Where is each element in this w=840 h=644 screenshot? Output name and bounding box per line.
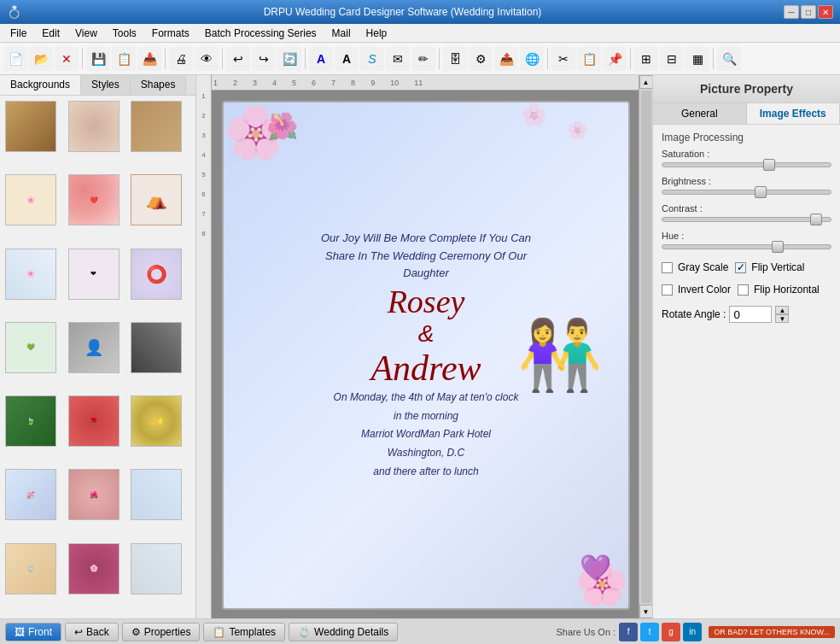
wedding-card: 🌸 🌺 🌸 🌸 🌸 💜 👫 Our Joy Will Be More Compl…	[222, 101, 630, 610]
spin-down-button[interactable]: ▼	[775, 314, 789, 323]
contrast-thumb[interactable]	[810, 214, 822, 225]
print-preview-button[interactable]: 👁	[195, 47, 219, 71]
save-as-button[interactable]: 📋	[112, 47, 136, 71]
wordart-button[interactable]: S	[360, 47, 384, 71]
bg-thumb-2[interactable]	[68, 101, 120, 152]
rotate-input[interactable]	[729, 306, 772, 323]
menu-batch-processing[interactable]: Batch Processing Series	[198, 26, 324, 41]
hue-slider[interactable]	[662, 244, 831, 249]
facebook-button[interactable]: f	[619, 623, 638, 641]
draw-button[interactable]: ✏	[411, 47, 435, 71]
grid-button[interactable]: ⊟	[660, 47, 684, 71]
tab-backgrounds[interactable]: Backgrounds	[0, 75, 81, 95]
front-button[interactable]: 🖼 Front	[5, 623, 61, 641]
bg-thumb-7[interactable]: 🌸	[5, 249, 56, 300]
bg-thumb-5[interactable]: ❤️	[68, 174, 120, 225]
open-button[interactable]: 📂	[29, 47, 53, 71]
bg-thumb-16[interactable]: 💒	[5, 469, 56, 520]
menu-file[interactable]: File	[3, 26, 33, 41]
maximize-button[interactable]: □	[801, 5, 816, 19]
bg-thumb-17[interactable]: 🌺	[68, 469, 120, 520]
flip-horizontal-checkbox[interactable]	[738, 284, 749, 296]
bg-thumb-18[interactable]	[131, 469, 182, 520]
menu-tools[interactable]: Tools	[106, 26, 143, 41]
db2-button[interactable]: ⚙	[469, 47, 493, 71]
import-button[interactable]: 📥	[137, 47, 161, 71]
bg-thumb-20[interactable]: 🌸	[68, 543, 120, 594]
menu-view[interactable]: View	[68, 26, 104, 41]
bg-thumb-15[interactable]: 🌙⭐	[131, 395, 182, 447]
flip-vertical-checkbox[interactable]: ✓	[735, 262, 746, 273]
main-area: Backgrounds Styles Shapes 🌸 ❤️ ⛺ 🌸 ❤ ⭕ 💚…	[0, 75, 840, 618]
bg-thumb-4[interactable]: 🌸	[5, 174, 56, 225]
bg-thumb-13[interactable]: 🍃	[5, 395, 56, 447]
invert-checkbox[interactable]	[662, 284, 673, 296]
paste-button[interactable]: 📌	[603, 47, 627, 71]
menu-formats[interactable]: Formats	[145, 26, 196, 41]
zoom-button[interactable]: 🔍	[717, 47, 741, 71]
cut-button[interactable]: ✂	[551, 47, 575, 71]
google-button[interactable]: g	[662, 623, 680, 641]
save-button[interactable]: 💾	[86, 47, 110, 71]
scroll-up-button[interactable]: ▲	[639, 75, 653, 89]
grayscale-checkbox[interactable]	[662, 262, 673, 273]
linkedin-button[interactable]: in	[683, 623, 702, 641]
brightness-thumb[interactable]	[755, 186, 767, 198]
saturation-slider[interactable]	[662, 162, 831, 167]
templates-button[interactable]: 📋 Templates	[203, 623, 285, 641]
tab-image-effects[interactable]: Image Effects	[747, 103, 841, 124]
print-button[interactable]: 🖨	[169, 47, 193, 71]
twitter-button[interactable]: t	[640, 623, 659, 641]
rotate-button[interactable]: 🔄	[277, 47, 301, 71]
copy-button[interactable]: 📋	[577, 47, 601, 71]
bg-thumb-19[interactable]: 💍	[5, 543, 56, 594]
hue-thumb[interactable]	[772, 241, 784, 253]
table-button[interactable]: ▦	[685, 47, 709, 71]
menu-mail[interactable]: Mail	[325, 26, 358, 41]
text-button[interactable]: A	[309, 47, 333, 71]
tab-styles[interactable]: Styles	[81, 75, 131, 95]
wedding-details-button[interactable]: 💍 Wedding Details	[289, 623, 398, 641]
tab-general[interactable]: General	[653, 103, 747, 124]
close-doc-button[interactable]: ✕	[55, 47, 79, 71]
rotate-label: Rotate Angle :	[662, 308, 726, 320]
menu-help[interactable]: Help	[359, 26, 394, 41]
bg-thumb-21[interactable]	[131, 543, 182, 594]
bg-thumb-6[interactable]: ⛺	[131, 174, 182, 225]
back-button[interactable]: ↩ Back	[65, 623, 119, 641]
contrast-slider[interactable]	[662, 217, 831, 222]
card-detail5: and there after to lunch	[321, 463, 531, 482]
export2-button[interactable]: 🌐	[520, 47, 544, 71]
properties-label: Properties	[144, 626, 191, 638]
scroll-down-button[interactable]: ▼	[639, 605, 653, 618]
front-label: Front	[28, 626, 52, 638]
bg-thumb-9[interactable]: ⭕	[131, 249, 182, 300]
spin-up-button[interactable]: ▲	[775, 306, 789, 314]
db-button[interactable]: 🗄	[443, 47, 467, 71]
bg-thumb-12[interactable]	[131, 322, 182, 373]
bg-thumb-1[interactable]	[5, 101, 56, 152]
menu-edit[interactable]: Edit	[35, 26, 67, 41]
flip-vertical-label: Flip Vertical	[751, 261, 804, 273]
tab-shapes[interactable]: Shapes	[131, 75, 187, 95]
saturation-thumb[interactable]	[763, 159, 775, 171]
properties-button[interactable]: ⚙ Properties	[122, 623, 201, 641]
text2-button[interactable]: A	[335, 47, 359, 71]
bottom-bar: 🖼 Front ↩ Back ⚙ Properties 📋 Templates …	[0, 618, 840, 644]
align-button[interactable]: ⊞	[634, 47, 658, 71]
bg-thumb-11[interactable]: 👤	[68, 322, 120, 373]
undo-button[interactable]: ↩	[226, 47, 250, 71]
bg-thumb-14[interactable]: 🌹	[68, 395, 120, 447]
bg-thumb-3[interactable]	[131, 101, 182, 152]
bg-thumb-10[interactable]: 💚	[5, 322, 56, 373]
email-button[interactable]: ✉	[386, 47, 410, 71]
brightness-slider[interactable]	[662, 190, 831, 195]
minimize-button[interactable]: ─	[784, 5, 799, 19]
export-button[interactable]: 📤	[494, 47, 518, 71]
redo-button[interactable]: ↪	[252, 47, 276, 71]
bg-thumb-8[interactable]: ❤	[68, 249, 120, 300]
new-button[interactable]: 📄	[3, 47, 27, 71]
close-button[interactable]: ✕	[818, 5, 833, 19]
ruler-horizontal: 1234567891011	[196, 75, 652, 91]
card-ampersand: &	[321, 320, 531, 348]
